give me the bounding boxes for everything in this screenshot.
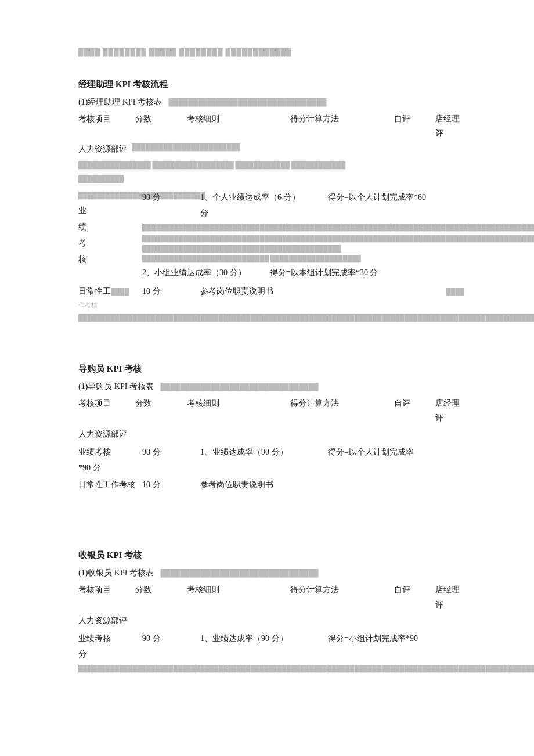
header-col-score-1: 分数	[135, 111, 187, 141]
section-guide-title: 导购员 KPI 考核	[78, 361, 464, 377]
header-col-hr-2: 人力资源部评	[78, 427, 127, 441]
header-col-detail-2: 考核细则	[187, 396, 290, 425]
cashier-perf-calc-cont: 分	[78, 647, 464, 661]
header-col-calc-2: 得分计算方法	[290, 396, 394, 425]
header-col-hr-3: 人力资源部评	[78, 613, 127, 628]
sub-header-row-2: 人力资源部评	[78, 427, 464, 441]
header-col-hr-1: 人力资源部评	[78, 142, 127, 156]
guide-daily-label: 日常性工作考核	[78, 477, 142, 492]
section-manager-subtitle: (1)经理助理 KPI 考核表 ████████████████████████…	[78, 95, 464, 109]
perf-score-1: 90 分	[142, 190, 200, 204]
cashier-perf-detail: 1、业绩达成率（90 分）	[200, 631, 328, 646]
guide-daily-score: 10 分	[142, 477, 200, 492]
blurred-bottom-1: 作考核	[78, 300, 464, 311]
header-col-item-1: 考核项目	[78, 111, 135, 141]
guide-perf-label: 业绩考核	[78, 445, 142, 459]
perf-label-1: ████████████████████████████ 业 绩 考 核	[78, 190, 142, 268]
top-blurred-line: ████ ████████ █████ ████████ ███████████…	[78, 46, 464, 59]
perf-row-1: ████████████████████████████ 业 绩 考 核 90 …	[78, 190, 464, 282]
blurred-block-2: ████████████████████████████████████████…	[142, 222, 467, 232]
guide-perf-calc: 得分=以个人计划完成率	[328, 445, 414, 459]
section-cashier-subtitle: (1)收银员 KPI 考核表 █████████████████████████…	[78, 566, 464, 580]
section-manager-title: 经理助理 KPI 考核流程	[78, 77, 464, 92]
guide-perf-row: 业绩考核 90 分 1、业绩达成率（90 分） 得分=以个人计划完成率	[78, 445, 464, 459]
guide-daily-detail: 参考岗位职责说明书	[200, 477, 273, 492]
table-header-row-2: 考核项目 分数 考核细则 得分计算方法 自评 店经理评	[78, 396, 464, 425]
cashier-perf-score: 90 分	[142, 631, 200, 646]
header-col-manager-1: 店经理评	[435, 111, 464, 141]
sub-header-row-1: 人力资源部评 ████████████████████████	[78, 142, 464, 156]
sub-header-row-3: 人力资源部评	[78, 613, 464, 628]
perf-calc-2: 得分=以本组计划完成率*30 分	[270, 265, 378, 280]
blurred-block-3: ████████████████████████████████████████…	[142, 233, 467, 243]
header-col-calc-3: 得分计算方法	[290, 582, 394, 611]
blurred-rows-1: ████████████████ ██████████████████ ████…	[78, 160, 464, 171]
cashier-perf-label: 业绩考核	[78, 631, 142, 646]
header-col-self-1: 自评	[394, 111, 435, 141]
daily-blurred-1: ████	[446, 286, 464, 298]
header-col-score-2: 分数	[135, 396, 187, 425]
blurred-rows-1b: ██████████	[78, 174, 464, 185]
perf-detail-item-1: 90 分 1、个人业绩达成率（6 分） 得分=以个人计划完成率*60	[142, 190, 467, 204]
blurred-footer-1: ████████████████████████████████████████…	[78, 313, 461, 323]
daily-row-1: 日常性工████ 10 分 参考岗位职责说明书 ████	[78, 284, 464, 298]
section-cashier: 收银员 KPI 考核 (1)收银员 KPI 考核表 ██████████████…	[78, 548, 464, 674]
header-col-self-3: 自评	[394, 582, 435, 611]
cashier-perf-row: 业绩考核 90 分 1、业绩达成率（90 分） 得分=小组计划完成率*90	[78, 631, 464, 646]
header-col-score-3: 分数	[135, 582, 187, 611]
header-col-item-3: 考核项目	[78, 582, 135, 611]
cashier-perf-calc: 得分=小组计划完成率*90	[328, 631, 418, 646]
section-shopping-guide: 导购员 KPI 考核 (1)导购员 KPI 考核表 ██████████████…	[78, 361, 464, 492]
guide-perf-detail: 1、业绩达成率（90 分）	[200, 445, 328, 459]
perf-score-cont: 分	[200, 206, 467, 220]
guide-daily-row: 日常性工作考核 10 分 参考岗位职责说明书	[78, 477, 464, 492]
header-col-manager-3: 店经理评	[435, 582, 464, 611]
daily-detail-1: 参考岗位职责说明书	[200, 284, 273, 298]
table-header-row-3: 考核项目 分数 考核细则 得分计算方法 自评 店经理评	[78, 582, 464, 611]
guide-perf-calc-cont: *90 分	[78, 460, 464, 475]
perf-detail-text-1: 1、个人业绩达成率（6 分）	[200, 190, 328, 204]
header-col-detail-1: 考核细则	[187, 111, 290, 141]
header-col-item-2: 考核项目	[78, 396, 135, 425]
section-manager-assistant: 经理助理 KPI 考核流程 (1)经理助理 KPI 考核表 ██████████…	[78, 77, 464, 323]
cashier-blurred-1: ████████████████████████████████████████…	[78, 664, 461, 674]
daily-score-1: 10 分	[142, 284, 200, 298]
section-cashier-title: 收银员 KPI 考核	[78, 548, 464, 563]
perf-calc-1: 得分=以个人计划完成率*60	[328, 190, 426, 204]
header-col-manager-2: 店经理评	[435, 396, 464, 425]
section-guide-subtitle: (1)导购员 KPI 考核表 █████████████████████████…	[78, 379, 464, 394]
blurred-block-4: ████████████████████████████████████████…	[142, 244, 467, 263]
perf-detail-text-2: 2、小组业绩达成率（30 分）	[142, 265, 270, 280]
guide-perf-score: 90 分	[142, 445, 200, 459]
perf-detail-item-2: 2、小组业绩达成率（30 分） 得分=以本组计划完成率*30 分	[142, 265, 467, 280]
daily-label-1: 日常性工████	[78, 284, 142, 298]
perf-details-1: 90 分 1、个人业绩达成率（6 分） 得分=以个人计划完成率*60 分 ███…	[142, 190, 467, 282]
header-col-detail-3: 考核细则	[187, 582, 290, 611]
header-col-calc-1: 得分计算方法	[290, 111, 394, 141]
header-col-self-2: 自评	[394, 396, 435, 425]
table-header-row-1: 考核项目 分数 考核细则 得分计算方法 自评 店经理评	[78, 111, 464, 141]
